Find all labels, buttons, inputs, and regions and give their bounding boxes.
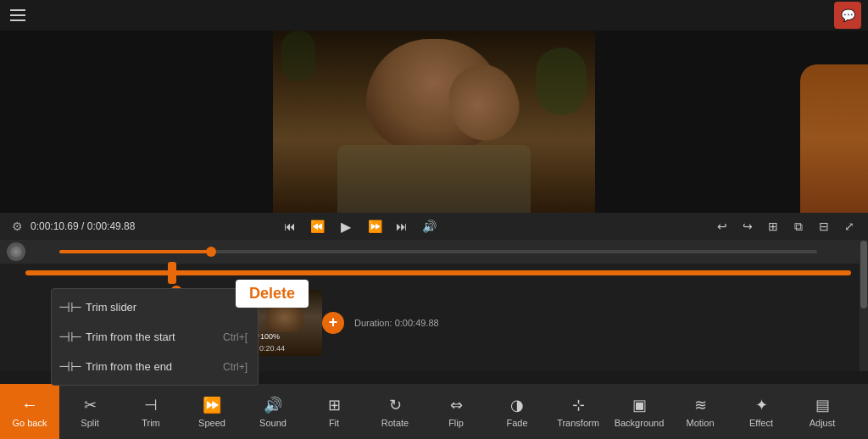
step-forward-button[interactable]: ⏩	[364, 216, 385, 236]
menu-item-trim-slider-label: Trim slider	[86, 301, 136, 314]
orange-timeline-track	[25, 270, 851, 275]
tool-motion[interactable]: ≋ Motion	[670, 384, 731, 439]
menu-item-trim-start-label: Trim from the start	[86, 331, 175, 343]
trim-slider-icon: ⊣⊢	[62, 299, 79, 315]
trim-start-icon: ⊣⊢	[62, 329, 79, 345]
effect-label: Effect	[749, 418, 773, 428]
controls-bar: ⚙ 0:00:10.69 / 0:00:49.88 ⏮ ⏪ ▶ ⏩ ⏭ 🔊 ↩ …	[0, 213, 868, 240]
speed-label: Speed	[198, 418, 225, 428]
bottom-toolbar: ← Go back ✂ Split ⊣ Trim ⏩ Speed 🔊 Sound…	[0, 384, 868, 439]
motion-icon: ≋	[694, 396, 707, 414]
delete-tooltip-label: Delete	[249, 285, 295, 302]
tool-trim[interactable]: ⊣ Trim	[120, 384, 181, 439]
tool-rotate[interactable]: ↻ Rotate	[364, 384, 426, 439]
tool-flip[interactable]: ⇔ Flip	[426, 384, 487, 439]
trim-end-shortcut: Ctrl+]	[223, 361, 248, 373]
fullscreen-button[interactable]: ⤢	[839, 216, 860, 236]
tool-crop[interactable]: ⊡ Crop	[853, 384, 868, 439]
tool-fit[interactable]: ⊞ Fit	[303, 384, 364, 439]
split-label: Split	[81, 418, 98, 428]
copy-button[interactable]: ⧉	[788, 216, 809, 236]
feedback-button[interactable]: 💬	[834, 2, 861, 29]
motion-label: Motion	[686, 418, 714, 428]
timeline-handle[interactable]	[168, 262, 176, 284]
flip-icon: ⇔	[450, 396, 463, 414]
layout-button[interactable]: ⊟	[814, 216, 834, 236]
settings-icon[interactable]: ⚙	[8, 218, 25, 235]
speed-icon: ⏩	[203, 396, 221, 414]
timeline-scrollbar[interactable]	[860, 240, 868, 371]
timeline-scrubber[interactable]	[0, 240, 868, 264]
tool-transform[interactable]: ⊹ Transform	[548, 384, 609, 439]
scrubber-track[interactable]	[59, 250, 817, 253]
video-content	[0, 31, 868, 213]
go-back-label: Go back	[13, 418, 47, 428]
trim-start-shortcut: Ctrl+[	[223, 331, 248, 343]
delete-tooltip: Delete	[236, 280, 309, 308]
top-bar-right: 💬	[834, 2, 861, 29]
fit-label: Fit	[329, 418, 339, 428]
time-display: 0:00:10.69 / 0:00:49.88	[31, 220, 141, 232]
controls-right: ↩ ↪ ⊞ ⧉ ⊟ ⤢	[712, 216, 860, 236]
fade-icon: ◑	[510, 396, 524, 414]
background-icon: ▣	[632, 396, 647, 414]
tool-fade[interactable]: ◑ Fade	[487, 384, 548, 439]
skip-to-start-button[interactable]: ⏮	[280, 216, 300, 236]
context-menu: ⊣⊢ Trim slider ⊣⊢ Trim from the start Ct…	[51, 288, 259, 386]
go-back-button[interactable]: ← Go back	[0, 384, 59, 439]
menu-item-trim-start[interactable]: ⊣⊢ Trim from the start Ctrl+[	[52, 322, 258, 352]
tool-background[interactable]: ▣ Background	[609, 384, 670, 439]
volume-button[interactable]: 🔊	[419, 216, 439, 236]
trim-icon: ⊣	[144, 396, 158, 414]
menu-item-trim-end[interactable]: ⊣⊢ Trim from the end Ctrl+]	[52, 352, 258, 381]
total-duration-label: Duration: 0:00:49.88	[344, 318, 439, 328]
go-back-arrow-icon: ←	[21, 395, 38, 414]
adjust-icon: ▤	[815, 396, 830, 414]
adjust-label: Adjust	[810, 418, 836, 428]
step-back-button[interactable]: ⏪	[307, 216, 327, 236]
play-button[interactable]: ▶	[334, 214, 358, 238]
transform-label: Transform	[557, 418, 599, 428]
menu-item-trim-end-label: Trim from the end	[86, 360, 172, 373]
effect-icon: ✦	[755, 396, 768, 414]
tool-split[interactable]: ✂ Split	[59, 384, 120, 439]
tool-effect[interactable]: ✦ Effect	[731, 384, 792, 439]
tool-speed[interactable]: ⏩ Speed	[181, 384, 242, 439]
tool-adjust[interactable]: ▤ Adjust	[792, 384, 853, 439]
sound-label: Sound	[259, 418, 287, 428]
fade-label: Fade	[506, 418, 527, 428]
scrubber-thumb[interactable]	[206, 247, 216, 257]
tool-sound[interactable]: 🔊 Sound	[242, 384, 303, 439]
scrubber-fill	[59, 250, 211, 253]
rotate-icon: ↻	[389, 396, 402, 414]
fit-icon: ⊞	[328, 396, 341, 414]
sound-icon: 🔊	[264, 396, 282, 414]
background-label: Background	[615, 418, 665, 428]
top-bar: 💬	[0, 0, 868, 31]
split-icon: ✂	[84, 396, 97, 414]
add-clip-after-button[interactable]: +	[322, 312, 344, 334]
trim-label: Trim	[142, 418, 160, 428]
undo-button[interactable]: ↩	[712, 216, 732, 236]
flip-label: Flip	[448, 418, 464, 428]
grid-view-button[interactable]: ⊞	[763, 216, 783, 236]
scrollbar-thumb[interactable]	[860, 241, 867, 308]
transform-icon: ⊹	[572, 396, 585, 414]
playback-controls: ⏮ ⏪ ▶ ⏩ ⏭ 🔊	[280, 214, 439, 238]
feedback-icon: 💬	[841, 8, 855, 22]
trim-end-icon: ⊣⊢	[62, 358, 79, 375]
rotate-label: Rotate	[381, 418, 409, 428]
menu-item-trim-slider[interactable]: ⊣⊢ Trim slider	[52, 292, 258, 322]
menu-icon[interactable]	[7, 3, 31, 27]
skip-to-end-button[interactable]: ⏭	[392, 216, 412, 236]
redo-button[interactable]: ↪	[737, 216, 758, 236]
video-preview	[0, 31, 868, 213]
